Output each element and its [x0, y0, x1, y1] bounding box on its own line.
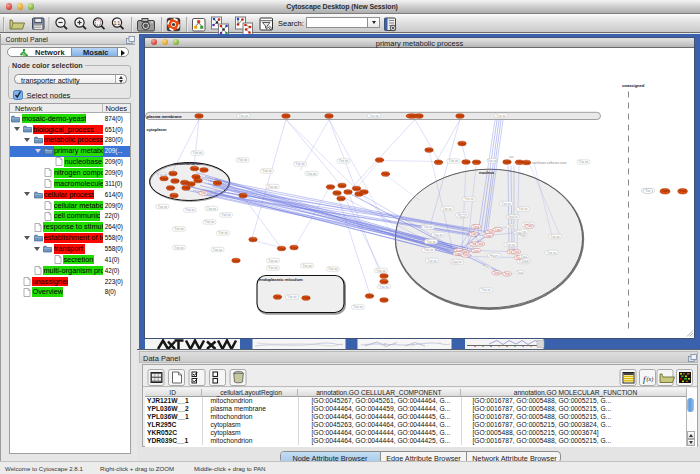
svg-text:xxxGxxxx xxSxxxx xxxx: xxxGxxxx xxSxxxx xxxx — [532, 161, 567, 165]
svg-text:Yxx xx: Yxx xx — [239, 113, 249, 117]
svg-text:Yxx xx: Yxx xx — [579, 160, 589, 164]
svg-text:Yxx xx: Yxx xx — [174, 227, 184, 231]
svg-text:Yxx xx: Yxx xx — [302, 263, 312, 267]
svg-text:Yxxx: Yxxx — [452, 259, 459, 263]
svg-text:Yxxxx: Yxxxx — [457, 114, 465, 118]
svg-text:Yxxxx: Yxxxx — [170, 171, 178, 175]
svg-text:nucleus: nucleus — [479, 169, 495, 174]
svg-text:Yxxx: Yxxx — [526, 224, 533, 228]
svg-text:Yxx xx: Yxx xx — [423, 225, 433, 229]
svg-text:Yxx xx: Yxx xx — [449, 159, 459, 163]
svg-text:xxx: xxx — [509, 154, 514, 158]
svg-text:Yxxxx: Yxxxx — [435, 160, 443, 164]
svg-text:Yxxx: Yxxx — [513, 250, 520, 254]
svg-text:Yxxx: Yxxx — [485, 233, 492, 237]
svg-text:Yxxx: Yxxx — [491, 255, 498, 259]
svg-text:Yxxx: Yxxx — [462, 253, 469, 257]
svg-text:Yxx xx: Yxx xx — [464, 197, 474, 201]
svg-text:1:1: 1:1 — [114, 21, 121, 26]
svg-text:Yxx xx: Yxx xx — [185, 208, 195, 212]
svg-text:Yxxxx: Yxxxx — [278, 246, 286, 250]
svg-text:Yxx xx: Yxx xx — [487, 159, 497, 163]
svg-text:Yxx: Yxx — [645, 189, 651, 193]
svg-text:Yxxxx: Yxxxx — [167, 186, 175, 190]
svg-text:Yxx xx: Yxx xx — [205, 220, 215, 224]
svg-text:Yxxx: Yxxx — [477, 242, 484, 246]
svg-text:Yxxxx: Yxxxx — [214, 181, 222, 185]
svg-text:Yxx xx: Yxx xx — [268, 266, 278, 270]
svg-text:Yxxxx: Yxxxx — [240, 193, 248, 197]
svg-text:Yxxxx: Yxxxx — [339, 183, 347, 187]
svg-text:Yxxx: Yxxx — [508, 224, 515, 228]
svg-text:Yxxxx: Yxxxx — [327, 185, 335, 189]
svg-text:Yxxxx: Yxxxx — [172, 179, 180, 183]
svg-text:Yxx xx: Yxx xx — [547, 250, 557, 254]
svg-text:Yxxx: Yxxx — [471, 232, 478, 236]
svg-text:Yxxx: Yxxx — [455, 251, 462, 255]
svg-text:Yxx xx: Yxx xx — [550, 234, 560, 238]
svg-text:Yxx xx: Yxx xx — [506, 242, 516, 246]
svg-text:Yxx xx: Yxx xx — [427, 258, 437, 262]
svg-text:Yxx xx: Yxx xx — [328, 267, 338, 271]
svg-text:Yxxxx: Yxxxx — [345, 190, 353, 194]
svg-text:Yxxxx: Yxxxx — [326, 114, 334, 118]
svg-text:Yxxxx: Yxxxx — [361, 190, 369, 194]
svg-text:Yxxxx: Yxxxx — [183, 186, 191, 190]
svg-text:(x): (x) — [647, 376, 654, 383]
svg-text:Yxxx: Yxxx — [473, 248, 480, 252]
svg-text:Yxxxx: Yxxxx — [201, 168, 209, 172]
svg-text:Yxxx: Yxxx — [508, 214, 515, 218]
svg-text:Yxxxx: Yxxxx — [233, 258, 241, 262]
svg-text:Yxxx: Yxxx — [495, 227, 502, 231]
svg-text:plasma membrane: plasma membrane — [147, 113, 183, 118]
svg-text:Yxxxx: Yxxxx — [291, 245, 299, 249]
svg-text:Yxxxx: Yxxxx — [274, 295, 282, 299]
svg-text:Yxxx: Yxxx — [519, 234, 526, 238]
svg-text:Yxx xx: Yxx xx — [268, 258, 278, 262]
svg-text:Yxx xx: Yxx xx — [238, 158, 248, 162]
svg-text:unassigned: unassigned — [622, 83, 645, 88]
svg-text:Yxxxx: Yxxxx — [504, 160, 512, 164]
svg-text:Yxxxx: Yxxxx — [662, 189, 670, 193]
svg-text:mitochondrion: mitochondrion — [174, 160, 203, 165]
svg-text:Yxxxx: Yxxxx — [188, 182, 196, 186]
svg-text:Yxx xx: Yxx xx — [295, 162, 305, 166]
svg-text:Yxxx: Yxxx — [504, 272, 511, 276]
svg-text:Yxxxx: Yxxxx — [382, 172, 390, 176]
svg-text:Yxx xx: Yxx xx — [481, 288, 491, 292]
svg-text:Yxxxx: Yxxxx — [250, 237, 258, 241]
svg-text:Yxxx: Yxxx — [493, 271, 500, 275]
svg-text:Yxxxx: Yxxxx — [303, 296, 311, 300]
svg-text:Yxx xx: Yxx xx — [158, 204, 168, 208]
svg-text:Yxxxx: Yxxxx — [338, 196, 346, 200]
svg-text:Yxx xx: Yxx xx — [424, 248, 434, 252]
svg-text:Yxx xx: Yxx xx — [353, 305, 363, 309]
svg-text:Yxx xx: Yxx xx — [379, 284, 389, 288]
svg-text:Yxxxx: Yxxxx — [463, 160, 471, 164]
svg-text:Yxxxx: Yxxxx — [459, 141, 467, 145]
svg-text:Yxxxx: Yxxxx — [195, 178, 203, 182]
svg-text:Yxxxx: Yxxxx — [473, 160, 481, 164]
svg-text:Yxxx: Yxxx — [517, 270, 524, 274]
svg-text:cytoplasm: cytoplasm — [147, 127, 167, 132]
svg-text:Yxxxx: Yxxxx — [366, 294, 374, 298]
svg-text:Yxxx: Yxxx — [200, 191, 207, 195]
svg-text:Yxxxx: Yxxxx — [376, 158, 384, 162]
svg-text:Yxxxx: Yxxxx — [191, 166, 199, 170]
svg-text:Yxxx: Yxxx — [483, 265, 490, 269]
svg-text:Yxx xx: Yxx xx — [207, 206, 217, 210]
svg-text:Yxxxx: Yxxxx — [196, 114, 204, 118]
svg-text:Yxxxx: Yxxxx — [161, 176, 169, 180]
svg-text:Yxx xx: Yxx xx — [442, 206, 452, 210]
svg-text:Yxx xx: Yxx xx — [221, 213, 231, 217]
svg-text:Yxxx: Yxxx — [522, 258, 529, 262]
svg-text:Yxx xx: Yxx xx — [518, 207, 528, 211]
svg-text:Yxx xx: Yxx xx — [496, 113, 506, 117]
svg-text:Yxxx: Yxxx — [473, 224, 480, 228]
svg-text:endoplasmic reticulum: endoplasmic reticulum — [259, 276, 303, 281]
svg-text:Yxxxx: Yxxxx — [381, 274, 389, 278]
svg-text:Yxxxx: Yxxxx — [416, 114, 424, 118]
svg-text:Yxxxx: Yxxxx — [283, 114, 291, 118]
svg-text:Yxx xx: Yxx xx — [426, 239, 436, 243]
svg-text:Yxx xx: Yxx xx — [218, 231, 228, 235]
